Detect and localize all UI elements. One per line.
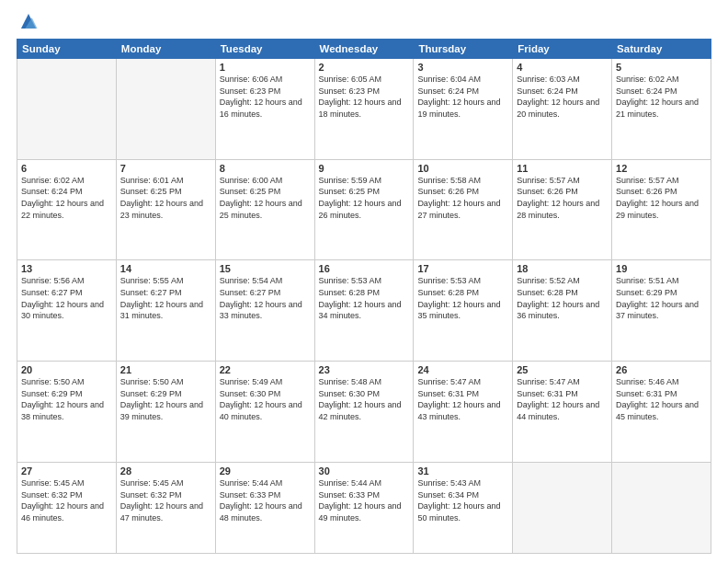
- day-number: 28: [120, 465, 211, 477]
- calendar-week-row: 13Sunrise: 5:56 AM Sunset: 6:27 PM Dayli…: [17, 260, 711, 362]
- day-number: 6: [21, 163, 112, 174]
- day-info: Sunrise: 5:44 AM Sunset: 6:33 PM Dayligh…: [220, 477, 311, 523]
- day-info: Sunrise: 6:02 AM Sunset: 6:24 PM Dayligh…: [21, 175, 112, 221]
- day-info: Sunrise: 6:04 AM Sunset: 6:24 PM Dayligh…: [417, 74, 508, 120]
- calendar-cell: 4Sunrise: 6:03 AM Sunset: 6:24 PM Daylig…: [513, 59, 612, 160]
- calendar-cell: 23Sunrise: 5:48 AM Sunset: 6:30 PM Dayli…: [314, 362, 414, 463]
- day-info: Sunrise: 6:03 AM Sunset: 6:24 PM Dayligh…: [517, 74, 608, 120]
- calendar-cell: 19Sunrise: 5:51 AM Sunset: 6:29 PM Dayli…: [612, 260, 711, 362]
- calendar-week-row: 20Sunrise: 5:50 AM Sunset: 6:29 PM Dayli…: [17, 362, 711, 463]
- calendar: SundayMondayTuesdayWednesdayThursdayFrid…: [17, 39, 711, 554]
- day-info: Sunrise: 5:47 AM Sunset: 6:31 PM Dayligh…: [417, 376, 508, 422]
- calendar-cell: 12Sunrise: 5:57 AM Sunset: 6:26 PM Dayli…: [612, 159, 711, 260]
- day-number: 11: [517, 163, 608, 174]
- weekday-header: Tuesday: [215, 40, 314, 59]
- day-info: Sunrise: 5:49 AM Sunset: 6:30 PM Dayligh…: [220, 376, 311, 422]
- calendar-cell: 2Sunrise: 6:05 AM Sunset: 6:23 PM Daylig…: [314, 59, 414, 160]
- logo: [17, 15, 39, 31]
- weekday-header: Friday: [513, 40, 612, 59]
- day-info: Sunrise: 5:43 AM Sunset: 6:34 PM Dayligh…: [417, 477, 508, 523]
- calendar-cell: 21Sunrise: 5:50 AM Sunset: 6:29 PM Dayli…: [116, 362, 215, 463]
- calendar-cell: 16Sunrise: 5:53 AM Sunset: 6:28 PM Dayli…: [314, 260, 414, 362]
- day-info: Sunrise: 5:45 AM Sunset: 6:32 PM Dayligh…: [120, 477, 211, 523]
- weekday-header: Thursday: [414, 40, 513, 59]
- day-number: 15: [220, 263, 311, 274]
- calendar-cell: 6Sunrise: 6:02 AM Sunset: 6:24 PM Daylig…: [17, 159, 117, 260]
- day-info: Sunrise: 5:46 AM Sunset: 6:31 PM Dayligh…: [616, 376, 707, 422]
- day-number: 21: [120, 364, 211, 375]
- day-info: Sunrise: 6:00 AM Sunset: 6:25 PM Dayligh…: [220, 175, 311, 221]
- day-number: 20: [21, 364, 112, 375]
- day-info: Sunrise: 5:53 AM Sunset: 6:28 PM Dayligh…: [319, 275, 410, 321]
- calendar-cell: 8Sunrise: 6:00 AM Sunset: 6:25 PM Daylig…: [215, 159, 314, 260]
- calendar-week-row: 6Sunrise: 6:02 AM Sunset: 6:24 PM Daylig…: [17, 159, 711, 260]
- day-info: Sunrise: 5:57 AM Sunset: 6:26 PM Dayligh…: [616, 175, 707, 221]
- day-info: Sunrise: 5:47 AM Sunset: 6:31 PM Dayligh…: [517, 376, 608, 422]
- calendar-cell: 15Sunrise: 5:54 AM Sunset: 6:27 PM Dayli…: [215, 260, 314, 362]
- day-number: 14: [120, 263, 211, 274]
- weekday-header: Monday: [116, 40, 215, 59]
- day-info: Sunrise: 6:01 AM Sunset: 6:25 PM Dayligh…: [120, 175, 211, 221]
- weekday-header-row: SundayMondayTuesdayWednesdayThursdayFrid…: [17, 40, 711, 59]
- day-info: Sunrise: 5:52 AM Sunset: 6:28 PM Dayligh…: [517, 275, 608, 321]
- calendar-cell: 29Sunrise: 5:44 AM Sunset: 6:33 PM Dayli…: [215, 462, 314, 553]
- day-info: Sunrise: 6:05 AM Sunset: 6:23 PM Dayligh…: [319, 74, 410, 120]
- calendar-cell: 22Sunrise: 5:49 AM Sunset: 6:30 PM Dayli…: [215, 362, 314, 463]
- calendar-cell: [17, 59, 117, 160]
- weekday-header: Wednesday: [314, 40, 414, 59]
- day-info: Sunrise: 5:54 AM Sunset: 6:27 PM Dayligh…: [220, 275, 311, 321]
- day-number: 4: [517, 62, 608, 73]
- day-info: Sunrise: 6:06 AM Sunset: 6:23 PM Dayligh…: [220, 74, 311, 120]
- logo-icon: [18, 11, 39, 31]
- calendar-cell: 28Sunrise: 5:45 AM Sunset: 6:32 PM Dayli…: [116, 462, 215, 553]
- day-info: Sunrise: 5:53 AM Sunset: 6:28 PM Dayligh…: [417, 275, 508, 321]
- calendar-cell: 24Sunrise: 5:47 AM Sunset: 6:31 PM Dayli…: [414, 362, 513, 463]
- calendar-cell: 26Sunrise: 5:46 AM Sunset: 6:31 PM Dayli…: [612, 362, 711, 463]
- day-info: Sunrise: 5:56 AM Sunset: 6:27 PM Dayligh…: [21, 275, 112, 321]
- calendar-week-row: 27Sunrise: 5:45 AM Sunset: 6:32 PM Dayli…: [17, 462, 711, 553]
- weekday-header: Saturday: [612, 40, 711, 59]
- calendar-cell: 9Sunrise: 5:59 AM Sunset: 6:25 PM Daylig…: [314, 159, 414, 260]
- day-number: 31: [417, 465, 508, 477]
- calendar-cell: [612, 462, 711, 553]
- day-number: 27: [21, 465, 112, 477]
- day-number: 22: [220, 364, 311, 375]
- calendar-cell: 3Sunrise: 6:04 AM Sunset: 6:24 PM Daylig…: [414, 59, 513, 160]
- calendar-cell: 31Sunrise: 5:43 AM Sunset: 6:34 PM Dayli…: [414, 462, 513, 553]
- weekday-header: Sunday: [17, 40, 117, 59]
- calendar-cell: 5Sunrise: 6:02 AM Sunset: 6:24 PM Daylig…: [612, 59, 711, 160]
- day-number: 9: [319, 163, 410, 174]
- day-info: Sunrise: 5:48 AM Sunset: 6:30 PM Dayligh…: [319, 376, 410, 422]
- day-number: 29: [220, 465, 311, 477]
- day-number: 26: [616, 364, 707, 375]
- day-number: 12: [616, 163, 707, 174]
- calendar-cell: 30Sunrise: 5:44 AM Sunset: 6:33 PM Dayli…: [314, 462, 414, 553]
- calendar-cell: 10Sunrise: 5:58 AM Sunset: 6:26 PM Dayli…: [414, 159, 513, 260]
- calendar-cell: 1Sunrise: 6:06 AM Sunset: 6:23 PM Daylig…: [215, 59, 314, 160]
- day-number: 23: [319, 364, 410, 375]
- day-number: 24: [417, 364, 508, 375]
- day-number: 18: [517, 263, 608, 274]
- day-info: Sunrise: 5:50 AM Sunset: 6:29 PM Dayligh…: [120, 376, 211, 422]
- page: SundayMondayTuesdayWednesdayThursdayFrid…: [0, 0, 728, 563]
- calendar-cell: 11Sunrise: 5:57 AM Sunset: 6:26 PM Dayli…: [513, 159, 612, 260]
- calendar-cell: 18Sunrise: 5:52 AM Sunset: 6:28 PM Dayli…: [513, 260, 612, 362]
- day-number: 1: [220, 62, 311, 73]
- day-info: Sunrise: 5:57 AM Sunset: 6:26 PM Dayligh…: [517, 175, 608, 221]
- calendar-cell: 14Sunrise: 5:55 AM Sunset: 6:27 PM Dayli…: [116, 260, 215, 362]
- header: [17, 15, 711, 31]
- day-info: Sunrise: 5:44 AM Sunset: 6:33 PM Dayligh…: [319, 477, 410, 523]
- calendar-week-row: 1Sunrise: 6:06 AM Sunset: 6:23 PM Daylig…: [17, 59, 711, 160]
- day-number: 17: [417, 263, 508, 274]
- day-number: 2: [319, 62, 410, 73]
- day-number: 7: [120, 163, 211, 174]
- calendar-cell: 7Sunrise: 6:01 AM Sunset: 6:25 PM Daylig…: [116, 159, 215, 260]
- day-info: Sunrise: 5:45 AM Sunset: 6:32 PM Dayligh…: [21, 477, 112, 523]
- day-info: Sunrise: 5:59 AM Sunset: 6:25 PM Dayligh…: [319, 175, 410, 221]
- day-number: 30: [319, 465, 410, 477]
- day-info: Sunrise: 5:55 AM Sunset: 6:27 PM Dayligh…: [120, 275, 211, 321]
- day-number: 16: [319, 263, 410, 274]
- calendar-cell: 27Sunrise: 5:45 AM Sunset: 6:32 PM Dayli…: [17, 462, 117, 553]
- calendar-cell: 13Sunrise: 5:56 AM Sunset: 6:27 PM Dayli…: [17, 260, 117, 362]
- day-number: 8: [220, 163, 311, 174]
